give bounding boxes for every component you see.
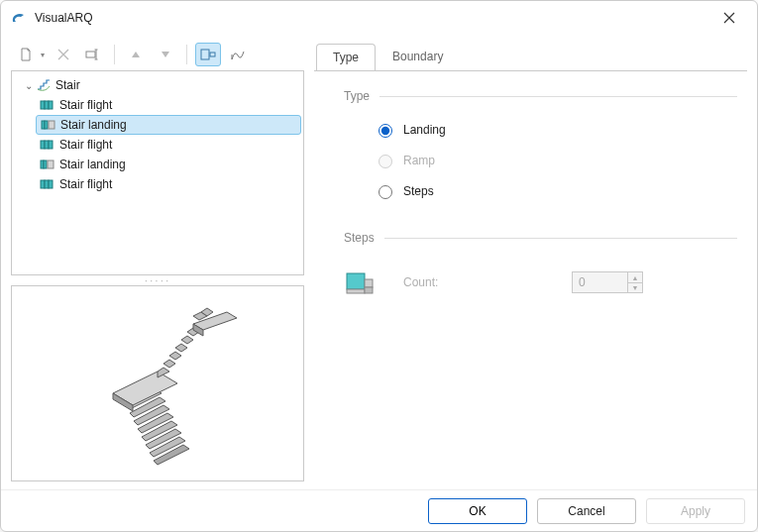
attributes-icon bbox=[200, 48, 216, 61]
radio-ramp-row: Ramp bbox=[344, 148, 737, 178]
group-steps: Steps Count: bbox=[344, 231, 737, 300]
tab-content: Type Landing Ramp Steps bbox=[314, 70, 747, 481]
flight-icon bbox=[40, 97, 55, 113]
svg-rect-15 bbox=[41, 180, 45, 188]
steps-count-row: Count: ▲ ▼ bbox=[344, 259, 737, 300]
landing-icon bbox=[40, 157, 55, 172]
tab-boundary[interactable]: Boundary bbox=[376, 43, 460, 69]
ok-button[interactable]: OK bbox=[428, 498, 527, 524]
radio-ramp bbox=[379, 155, 392, 168]
rename-button[interactable] bbox=[80, 43, 106, 66]
tree-root-label: Stair bbox=[55, 78, 80, 92]
radio-steps-label: Steps bbox=[403, 184, 434, 198]
group-type-label: Type bbox=[344, 89, 370, 103]
svg-rect-11 bbox=[49, 141, 53, 149]
right-column: Type Boundary Type Landing Ramp bbox=[314, 43, 747, 481]
landing-icon bbox=[41, 117, 56, 133]
tree-item-label: Stair flight bbox=[59, 138, 112, 152]
tree-item-landing-1[interactable]: Stair landing bbox=[36, 115, 301, 135]
svg-rect-7 bbox=[45, 121, 48, 129]
svg-rect-14 bbox=[48, 160, 54, 168]
count-input bbox=[572, 271, 627, 293]
tree-item-label: Stair flight bbox=[59, 177, 112, 191]
svg-rect-9 bbox=[41, 141, 45, 149]
svg-marker-32 bbox=[181, 336, 193, 344]
new-page-icon bbox=[19, 48, 33, 61]
close-button[interactable] bbox=[707, 3, 751, 33]
svg-rect-17 bbox=[49, 180, 53, 188]
svg-rect-40 bbox=[365, 279, 373, 287]
radio-landing[interactable] bbox=[379, 124, 392, 138]
left-column: ▾ bbox=[11, 43, 304, 481]
move-down-button[interactable] bbox=[153, 43, 178, 66]
toolbar: ▾ bbox=[11, 43, 304, 70]
count-spinner: ▲ ▼ bbox=[572, 271, 643, 293]
group-header-steps: Steps bbox=[344, 231, 737, 245]
attributes-button[interactable] bbox=[195, 43, 221, 66]
delete-button[interactable] bbox=[51, 43, 76, 66]
titlebar: VisualARQ bbox=[1, 1, 757, 35]
tabstrip: Type Boundary bbox=[314, 43, 747, 70]
stair-preview-image bbox=[58, 294, 257, 473]
dropdown-arrow-icon[interactable]: ▾ bbox=[41, 51, 45, 59]
splitter-grip[interactable]: ····· bbox=[11, 275, 304, 285]
spinner-up-button: ▲ bbox=[627, 271, 643, 282]
svg-rect-2 bbox=[210, 53, 215, 56]
svg-rect-41 bbox=[365, 287, 373, 293]
svg-rect-39 bbox=[347, 289, 365, 293]
svg-rect-5 bbox=[49, 101, 53, 109]
tree-item-label: Stair landing bbox=[59, 158, 126, 171]
curve-icon bbox=[230, 48, 246, 61]
curve-mode-button[interactable] bbox=[225, 43, 251, 66]
svg-rect-10 bbox=[45, 141, 49, 149]
tree-panel[interactable]: ⌄ Stair Stair flightStair landingStair f… bbox=[11, 70, 304, 275]
radio-ramp-label: Ramp bbox=[403, 154, 435, 167]
flight-icon bbox=[40, 176, 55, 192]
up-arrow-icon bbox=[131, 51, 141, 58]
preview-panel bbox=[11, 285, 304, 481]
tree-item-label: Stair landing bbox=[60, 118, 127, 132]
move-up-button[interactable] bbox=[123, 43, 149, 66]
down-arrow-icon bbox=[161, 51, 170, 58]
svg-rect-38 bbox=[347, 273, 365, 289]
landing-thumb-icon bbox=[344, 265, 379, 300]
group-header-type: Type bbox=[344, 89, 737, 103]
tab-type[interactable]: Type bbox=[316, 44, 376, 70]
tree-item-flight-2[interactable]: Stair flight bbox=[36, 135, 301, 155]
tree: ⌄ Stair Stair flightStair landingStair f… bbox=[14, 75, 301, 194]
rename-icon bbox=[85, 48, 101, 61]
tree-root-stair[interactable]: ⌄ Stair bbox=[18, 75, 301, 95]
radio-steps[interactable] bbox=[379, 185, 392, 199]
app-icon bbox=[11, 10, 27, 26]
radio-steps-row[interactable]: Steps bbox=[344, 178, 737, 209]
svg-rect-0 bbox=[86, 52, 95, 57]
new-button[interactable] bbox=[13, 43, 39, 66]
window-title: VisualARQ bbox=[35, 11, 92, 25]
svg-rect-4 bbox=[45, 101, 49, 109]
svg-rect-13 bbox=[44, 160, 47, 168]
svg-rect-16 bbox=[45, 180, 49, 188]
dialog-window: VisualARQ ▾ bbox=[0, 0, 758, 532]
content-area: ▾ bbox=[1, 35, 757, 489]
spinner-down-button: ▼ bbox=[627, 282, 643, 293]
apply-button: Apply bbox=[646, 498, 745, 524]
footer: OK Cancel Apply bbox=[1, 489, 757, 531]
group-type: Type Landing Ramp Steps bbox=[344, 89, 737, 209]
svg-marker-31 bbox=[175, 344, 187, 352]
cancel-button[interactable]: Cancel bbox=[537, 498, 636, 524]
svg-marker-30 bbox=[169, 352, 181, 360]
tree-item-landing-3[interactable]: Stair landing bbox=[36, 155, 301, 174]
delete-icon bbox=[57, 49, 69, 60]
svg-rect-3 bbox=[41, 101, 45, 109]
radio-landing-label: Landing bbox=[403, 123, 446, 137]
expander-icon[interactable]: ⌄ bbox=[22, 80, 36, 91]
svg-marker-29 bbox=[163, 360, 175, 368]
count-label: Count: bbox=[403, 275, 572, 289]
radio-landing-row[interactable]: Landing bbox=[344, 117, 737, 148]
flight-icon bbox=[40, 137, 55, 153]
close-icon bbox=[723, 12, 735, 24]
tree-item-label: Stair flight bbox=[59, 98, 112, 112]
group-steps-label: Steps bbox=[344, 231, 375, 245]
tree-item-flight-4[interactable]: Stair flight bbox=[36, 174, 301, 194]
tree-item-flight-0[interactable]: Stair flight bbox=[36, 95, 301, 115]
